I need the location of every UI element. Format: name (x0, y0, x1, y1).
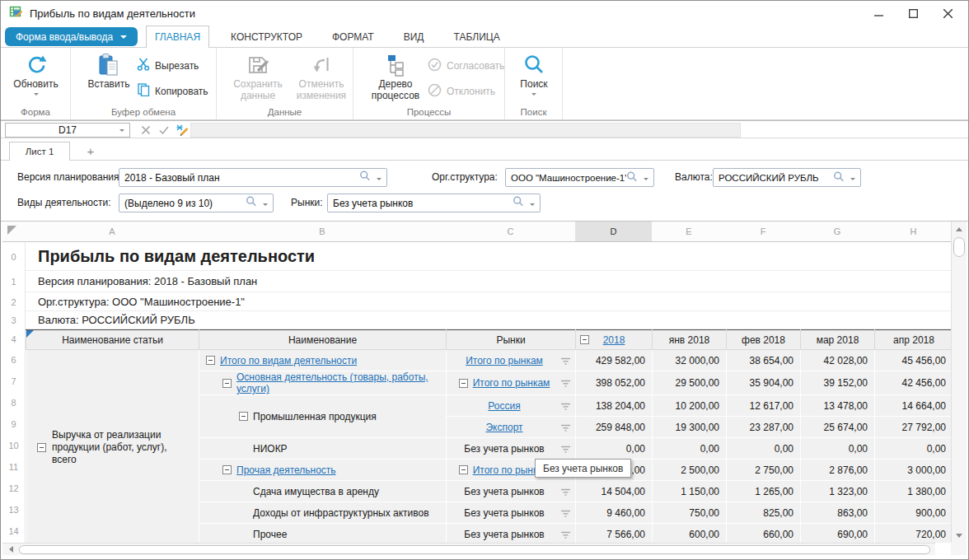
name-cell[interactable]: Итого по видам деятельности (199, 350, 447, 371)
undo-changes-button[interactable]: Отменить изменения (293, 52, 350, 101)
filter-funnel-icon[interactable] (560, 488, 571, 499)
confirm-entry-button[interactable] (156, 123, 172, 138)
name-cell[interactable]: Доходы от инфраструктурных активов (199, 502, 447, 524)
chevron-down-icon[interactable] (263, 203, 268, 206)
tab-tablitsa[interactable]: ТАБЛИЦА (445, 26, 508, 48)
collapse-icon[interactable] (459, 465, 468, 474)
value-cell[interactable]: 660,00 (727, 524, 801, 544)
search-icon[interactable] (246, 196, 257, 210)
name-link[interactable]: Основная деятельность (товары, работы, у… (236, 371, 442, 394)
row-header[interactable]: 2 (2, 292, 25, 311)
value-cell[interactable]: 12 617,00 (727, 395, 801, 417)
value-cell[interactable]: 259 848,00 (576, 417, 653, 438)
row-header[interactable]: 13 (2, 499, 25, 520)
form-io-menu-button[interactable]: Форма ввода/вывода (5, 27, 138, 46)
value-cell[interactable]: 600,00 (653, 524, 727, 544)
value-cell[interactable]: 720,00 (875, 524, 953, 544)
formula-input[interactable] (190, 123, 741, 138)
name-cell[interactable]: Сдача имущества в аренду (199, 481, 447, 502)
scroll-up-button[interactable] (952, 222, 967, 236)
tab-vid[interactable]: ВИД (396, 26, 433, 48)
copy-button[interactable]: Копировать (137, 83, 208, 99)
market-cell[interactable]: Без учета рынков (447, 524, 576, 544)
market-cell[interactable]: Без учета рынков (447, 481, 576, 502)
add-sheet-button[interactable]: + (82, 142, 100, 160)
column-header-d-selected[interactable]: D (575, 222, 652, 241)
value-cell[interactable]: 1 265,00 (727, 481, 801, 502)
market-cell[interactable]: Итого по рынкам (447, 371, 576, 395)
value-cell[interactable]: 19 300,00 (653, 417, 727, 438)
tab-konstruktor[interactable]: КОНСТРУКТОР (222, 26, 311, 48)
name-cell[interactable]: Промышленная продукция (199, 395, 447, 438)
value-cell[interactable]: 7 566,00 (576, 524, 653, 544)
article-cell[interactable]: Выручка от реализации продукции (работ, … (26, 350, 199, 544)
column-header-c[interactable]: C (446, 222, 575, 241)
row-header[interactable]: 0 (2, 243, 25, 271)
value-cell[interactable]: 1 380,00 (875, 481, 953, 502)
value-cell[interactable]: 0,00 (576, 438, 653, 460)
value-cell[interactable]: 14 664,00 (875, 395, 953, 417)
filter-funnel-icon[interactable] (560, 509, 571, 520)
cancel-entry-button[interactable] (138, 123, 154, 138)
search-icon[interactable] (833, 171, 845, 184)
value-cell[interactable]: 1 323,00 (801, 481, 875, 502)
market-link[interactable]: Россия (488, 400, 520, 412)
header-month-apr[interactable]: апр 2018 (875, 330, 953, 350)
header-month-jan[interactable]: янв 2018 (653, 330, 727, 350)
value-cell[interactable]: 29 500,00 (653, 371, 727, 395)
collapse-icon[interactable] (222, 465, 232, 474)
value-cell[interactable]: 25 674,00 (801, 417, 875, 438)
value-cell[interactable]: 27 792,00 (875, 417, 953, 438)
tab-format[interactable]: ФОРМАТ (324, 26, 382, 48)
row-header[interactable]: 6 (2, 349, 25, 371)
value-cell[interactable]: 750,00 (653, 502, 727, 524)
header-month-feb[interactable]: фев 2018 (727, 330, 801, 350)
sheet-tab-list1[interactable]: Лист 1 (9, 142, 70, 161)
row-header[interactable]: 4 (2, 329, 25, 349)
value-cell[interactable]: 398 052,00 (576, 371, 653, 395)
filter-funnel-icon[interactable] (560, 530, 571, 542)
value-cell[interactable]: 10 200,00 (653, 395, 727, 417)
name-link[interactable]: Итого по видам деятельности (220, 355, 357, 366)
row-header[interactable]: 1 (2, 271, 25, 292)
row-header[interactable]: 3 (2, 311, 25, 329)
header-name-column[interactable]: Наименование (199, 330, 447, 350)
collapse-icon[interactable] (222, 379, 232, 388)
activities-filter-combo[interactable]: (Выделено 9 из 10) (119, 194, 274, 212)
header-month-mar[interactable]: мар 2018 (801, 330, 875, 350)
market-link[interactable]: Экспорт (485, 422, 522, 433)
value-cell[interactable]: 9 460,00 (576, 502, 653, 524)
value-cell[interactable]: 2 750,00 (727, 460, 801, 481)
name-cell[interactable]: Прочая деятельность (199, 460, 447, 481)
filter-funnel-icon[interactable] (560, 402, 571, 413)
scroll-left-button[interactable] (4, 544, 17, 555)
value-cell[interactable]: 690,00 (801, 524, 875, 544)
filter-funnel-icon[interactable] (560, 379, 571, 390)
search-button[interactable]: Поиск (510, 52, 558, 96)
value-cell[interactable]: 13 478,00 (801, 395, 875, 417)
value-cell[interactable]: 39 152,00 (801, 371, 875, 395)
filter-funnel-icon[interactable] (560, 423, 571, 435)
name-cell[interactable]: Основная деятельность (товары, работы, у… (199, 371, 447, 395)
search-icon[interactable] (359, 170, 371, 184)
close-button[interactable] (930, 1, 965, 26)
name-cell[interactable]: Прочее (199, 524, 447, 544)
report-title-cell[interactable]: Прибыль по видам деятельности (26, 243, 953, 271)
column-header-h[interactable]: H (874, 222, 953, 241)
value-cell[interactable]: 0,00 (801, 438, 875, 460)
header-article-column[interactable]: Наименование статьи (26, 330, 199, 350)
value-cell[interactable]: 0,00 (727, 438, 801, 460)
market-cell[interactable]: Итого по рынкам (447, 350, 576, 371)
market-cell[interactable]: Без учета рынков (447, 502, 576, 524)
value-cell[interactable]: 38 654,00 (727, 350, 801, 371)
row-header[interactable]: 9 (2, 413, 25, 435)
chevron-down-icon[interactable] (377, 178, 382, 180)
value-cell[interactable]: 138 204,00 (576, 395, 653, 417)
collapse-icon[interactable] (206, 356, 215, 365)
value-cell[interactable]: 825,00 (727, 502, 801, 524)
filter-funnel-icon[interactable] (560, 445, 571, 456)
approve-button[interactable]: Согласовать (428, 58, 504, 74)
process-tree-button[interactable]: Дерево процессов (363, 52, 428, 101)
chevron-down-icon[interactable] (530, 203, 535, 206)
column-header-f[interactable]: F (726, 222, 800, 241)
